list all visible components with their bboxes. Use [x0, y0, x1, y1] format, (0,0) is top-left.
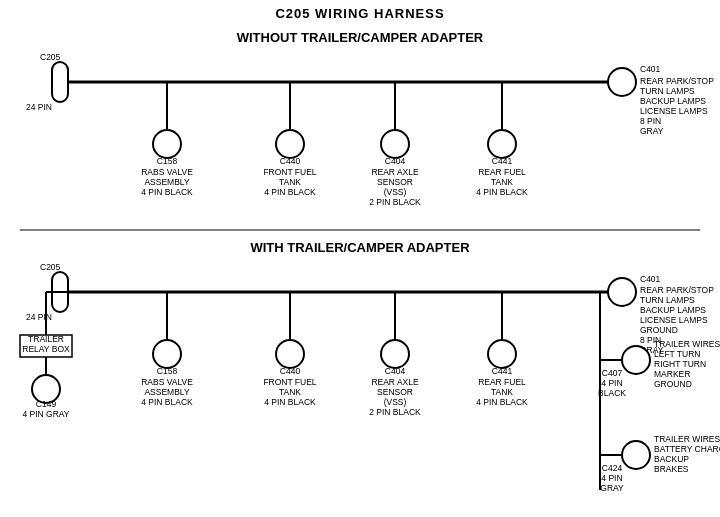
svg-point-32 [622, 441, 650, 469]
s2-c440-l2: TANK [279, 387, 301, 397]
s2-c424-wires-l3: BACKUP [654, 454, 689, 464]
svg-point-23 [276, 340, 304, 368]
s2-right-l4: LICENSE LAMPS [640, 315, 708, 325]
s1-c404-l4: 2 PIN BLACK [369, 197, 421, 207]
s1-c440-l3: 4 PIN BLACK [264, 187, 316, 197]
s1-c440-name: C440 [280, 156, 301, 166]
s2-c404-l1: REAR AXLE [371, 377, 419, 387]
s2-c441-l2: TANK [491, 387, 513, 397]
s2-c158-l3: 4 PIN BLACK [141, 397, 193, 407]
svg-point-27 [488, 340, 516, 368]
s2-c441-l1: REAR FUEL [478, 377, 526, 387]
s2-c158-l2: ASSEMBLY [144, 387, 190, 397]
s1-c440-l1: FRONT FUEL [263, 167, 316, 177]
s2-c404-l2: SENSOR [377, 387, 413, 397]
s2-relay-box-l2: RELAY BOX [22, 344, 70, 354]
s2-c149-pins: 4 PIN GRAY [22, 409, 69, 419]
s1-c205-pins: 24 PIN [26, 102, 52, 112]
s1-right-l2: TURN LAMPS [640, 86, 695, 96]
svg-point-8 [381, 130, 409, 158]
s1-c158-l1: RABS VALVE [141, 167, 193, 177]
diagram-container: C205 WIRING HARNESS WITHOUT TRAILER/CAMP… [0, 0, 720, 517]
s2-c407-wires-l4: MARKER [654, 369, 690, 379]
svg-point-21 [153, 340, 181, 368]
s1-c158-l2: ASSEMBLY [144, 177, 190, 187]
s1-right-l4: LICENSE LAMPS [640, 106, 708, 116]
s2-c407-wires-l5: GROUND [654, 379, 692, 389]
s1-right-l3: BACKUP LAMPS [640, 96, 706, 106]
svg-point-2 [608, 68, 636, 96]
s2-c205-label: C205 [40, 262, 61, 272]
s2-right-l5: GROUND [640, 325, 678, 335]
s1-c401-color: GRAY [640, 126, 664, 136]
s1-c441-l3: 4 PIN BLACK [476, 187, 528, 197]
s2-c424-wires-l4: BRAKES [654, 464, 689, 474]
s2-c407-wires-l3: RIGHT TURN [654, 359, 706, 369]
s2-c407-name: C407 [602, 368, 623, 378]
s1-c404-l2: SENSOR [377, 177, 413, 187]
s2-c424-wires-l1: TRAILER WIRES [654, 434, 720, 444]
s1-c441-l2: TANK [491, 177, 513, 187]
s2-right-l2: TURN LAMPS [640, 295, 695, 305]
s1-c404-name: C404 [385, 156, 406, 166]
s1-c441-name: C441 [492, 156, 513, 166]
svg-point-4 [153, 130, 181, 158]
section1-title: WITHOUT TRAILER/CAMPER ADAPTER [237, 30, 484, 45]
s2-c404-name: C404 [385, 366, 406, 376]
svg-point-14 [608, 278, 636, 306]
s2-right-l3: BACKUP LAMPS [640, 305, 706, 315]
s1-c404-l1: REAR AXLE [371, 167, 419, 177]
s1-c404-l3: (VSS) [384, 187, 407, 197]
s2-c158-name: C158 [157, 366, 178, 376]
s2-c407-wires-l1: TRAILER WIRES [654, 339, 720, 349]
s2-c440-name: C440 [280, 366, 301, 376]
s2-c407-pins: 4 PIN [601, 378, 622, 388]
svg-rect-1 [52, 62, 68, 102]
s2-c440-l3: 4 PIN BLACK [264, 397, 316, 407]
s2-c424-name: C424 [602, 463, 623, 473]
svg-point-30 [622, 346, 650, 374]
s2-c441-name: C441 [492, 366, 513, 376]
s1-c401-pins: 8 PIN [640, 116, 661, 126]
s1-c158-l3: 4 PIN BLACK [141, 187, 193, 197]
s2-c149-name: C149 [36, 399, 57, 409]
svg-point-10 [488, 130, 516, 158]
s1-c401-label: C401 [640, 64, 661, 74]
wiring-diagram-svg: WITHOUT TRAILER/CAMPER ADAPTER C205 24 P… [0, 0, 720, 517]
svg-point-6 [276, 130, 304, 158]
s2-c441-l3: 4 PIN BLACK [476, 397, 528, 407]
svg-point-25 [381, 340, 409, 368]
s2-c404-l4: 2 PIN BLACK [369, 407, 421, 417]
s1-right-l1: REAR PARK/STOP [640, 76, 714, 86]
s2-c158-l1: RABS VALVE [141, 377, 193, 387]
s2-c424-wires-l2: BATTERY CHARGE [654, 444, 720, 454]
s2-c440-l1: FRONT FUEL [263, 377, 316, 387]
s2-c424-color: GRAY [600, 483, 624, 493]
s2-c205-pins: 24 PIN [26, 312, 52, 322]
s2-c401-label: C401 [640, 274, 661, 284]
s1-c158-name: C158 [157, 156, 178, 166]
s2-relay-box-l1: TRAILER [28, 334, 64, 344]
s1-c441-l1: REAR FUEL [478, 167, 526, 177]
s2-c407-wires-l2: LEFT TURN [654, 349, 700, 359]
section2-title: WITH TRAILER/CAMPER ADAPTER [250, 240, 470, 255]
s2-right-l1: REAR PARK/STOP [640, 285, 714, 295]
s1-c205-label: C205 [40, 52, 61, 62]
s2-c407-color: BLACK [598, 388, 626, 398]
s1-c440-l2: TANK [279, 177, 301, 187]
s2-c404-l3: (VSS) [384, 397, 407, 407]
s2-c424-pins: 4 PIN [601, 473, 622, 483]
